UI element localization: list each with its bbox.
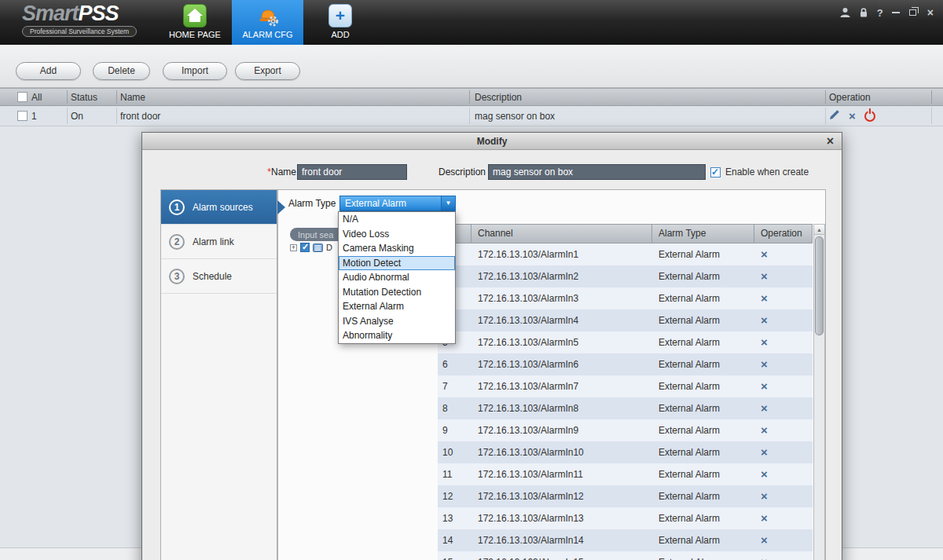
channel-row-channel: 172.16.13.103/AlarmIn2 (471, 265, 651, 287)
alarm-type-option[interactable]: IVS Analyse (339, 314, 455, 329)
device-icon (313, 243, 323, 252)
enable-when-create: Enable when create (710, 164, 809, 180)
channel-row-channel: 172.16.13.103/AlarmIn12 (471, 485, 651, 507)
alarm-type-option[interactable]: N/A (339, 212, 455, 227)
channel-row: 7172.16.13.103/AlarmIn7External Alarm× (438, 375, 813, 397)
remove-channel-icon[interactable]: × (761, 357, 768, 371)
tab-add[interactable]: + ADD (313, 0, 368, 45)
row-num: 1 (31, 106, 37, 126)
channel-row-type: External Alarm (651, 419, 754, 441)
channel-row-operation: × (754, 309, 813, 331)
minimize-icon[interactable] (892, 6, 901, 19)
channel-row: 6172.16.13.103/AlarmIn6External Alarm× (438, 353, 813, 375)
alarm-type-option[interactable]: Video Loss (339, 227, 455, 242)
channel-table: Channel Alarm Type Operation 1172.16.13.… (438, 224, 813, 560)
title-bar: SmartPSS Professional Surveillance Syste… (0, 0, 943, 45)
remove-channel-icon[interactable]: × (761, 445, 768, 459)
row-name: front door (120, 106, 160, 126)
toolbar: Add Delete Import Export (0, 45, 943, 88)
scrollbar-thumb[interactable] (815, 236, 824, 335)
name-label: *Name (237, 164, 296, 180)
remove-channel-icon[interactable]: × (761, 423, 768, 437)
channel-table-scrollbar[interactable]: ▲ (813, 224, 825, 560)
channel-row-operation: × (754, 243, 813, 265)
tree-expand-icon[interactable]: + (290, 244, 297, 251)
header-status: Status (71, 89, 97, 105)
tab-home-page[interactable]: HOME PAGE (160, 0, 230, 45)
remove-channel-icon[interactable]: × (761, 467, 768, 481)
header-operation: Operation (829, 89, 871, 105)
row-description: mag sensor on box (475, 106, 555, 126)
step-schedule[interactable]: 3 Schedule (161, 259, 277, 294)
channel-row-operation: × (754, 397, 813, 419)
channel-row-operation: × (754, 265, 813, 287)
scroll-up-icon[interactable]: ▲ (814, 225, 824, 235)
alarm-table-row: 1 On front door mag sensor on box × (0, 106, 943, 126)
alarm-type-dropdown[interactable]: External Alarm ▼ (339, 196, 456, 211)
power-toggle-icon[interactable] (864, 111, 875, 122)
channel-row-channel: 172.16.13.103/AlarmIn9 (471, 419, 651, 441)
add-tab-icon: + (328, 4, 352, 27)
import-button[interactable]: Import (163, 62, 227, 80)
tab-alarm-cfg[interactable]: ALARM CFG (232, 0, 303, 45)
dialog-close-icon[interactable]: × (827, 133, 834, 150)
user-icon[interactable] (840, 6, 850, 19)
remove-channel-icon[interactable]: × (761, 269, 768, 283)
channel-row-num: 10 (438, 441, 471, 463)
alarm-type-option[interactable]: Motion Detect (339, 256, 455, 271)
description-field[interactable] (488, 164, 706, 180)
remove-channel-icon[interactable]: × (761, 401, 768, 415)
add-button[interactable]: Add (16, 62, 81, 80)
remove-channel-icon[interactable]: × (761, 247, 768, 261)
channel-row-channel: 172.16.13.103/AlarmIn4 (471, 309, 651, 331)
window-controls: ? × (840, 6, 934, 19)
row-checkbox[interactable] (17, 106, 28, 126)
name-field[interactable] (297, 164, 407, 180)
enable-checkbox[interactable] (710, 167, 721, 178)
step-number: 2 (169, 234, 185, 250)
remove-channel-icon[interactable]: × (761, 489, 768, 503)
edit-icon[interactable] (829, 109, 840, 123)
delete-row-icon[interactable]: × (849, 110, 856, 122)
channel-row-type: External Alarm (651, 397, 754, 419)
alarm-type-option[interactable]: Mutation Detection (339, 285, 455, 300)
remove-channel-icon[interactable]: × (761, 533, 768, 547)
channel-row-type: External Alarm (651, 529, 754, 551)
channel-row-type: External Alarm (651, 287, 754, 309)
remove-channel-icon[interactable]: × (761, 555, 768, 560)
delete-button[interactable]: Delete (93, 62, 150, 80)
remove-channel-icon[interactable]: × (761, 313, 768, 327)
logo-tagline: Professional Surveillance System (22, 26, 137, 37)
alarm-type-option[interactable]: Audio Abnormal (339, 270, 455, 285)
restore-icon[interactable] (909, 6, 919, 19)
channel-row-operation: × (754, 419, 813, 441)
chevron-down-icon[interactable]: ▼ (441, 196, 455, 210)
help-icon[interactable]: ? (877, 6, 883, 19)
remove-channel-icon[interactable]: × (761, 379, 768, 393)
lock-icon[interactable] (859, 6, 868, 19)
step-alarm-link[interactable]: 2 Alarm link (161, 225, 277, 259)
device-label: D (326, 243, 332, 252)
remove-channel-icon[interactable]: × (761, 335, 768, 349)
select-all-checkbox[interactable] (17, 89, 28, 105)
remove-channel-icon[interactable]: × (761, 511, 768, 525)
channel-row: 5172.16.13.103/AlarmIn5External Alarm× (438, 331, 813, 353)
export-button[interactable]: Export (235, 62, 300, 80)
alarm-type-option[interactable]: External Alarm (339, 299, 455, 314)
channel-row-operation: × (754, 331, 813, 353)
channel-row-operation: × (754, 375, 813, 397)
enable-label: Enable when create (725, 167, 809, 178)
remove-channel-icon[interactable]: × (761, 291, 768, 305)
header-description: Description (475, 89, 522, 105)
step-alarm-sources[interactable]: 1 Alarm sources (161, 190, 277, 225)
alarm-type-option[interactable]: Camera Masking (339, 241, 455, 256)
channel-row-num: 9 (438, 419, 471, 441)
channel-row-type: External Alarm (651, 243, 754, 265)
close-window-icon[interactable]: × (927, 6, 934, 19)
alarm-type-label: Alarm Type (288, 196, 336, 211)
alarm-type-option[interactable]: Abnormality (339, 328, 455, 343)
device-tree-item[interactable]: + D (290, 242, 332, 253)
step-label: Alarm sources (193, 202, 253, 213)
tab-label: ADD (313, 30, 368, 39)
device-checkbox[interactable] (300, 243, 310, 252)
